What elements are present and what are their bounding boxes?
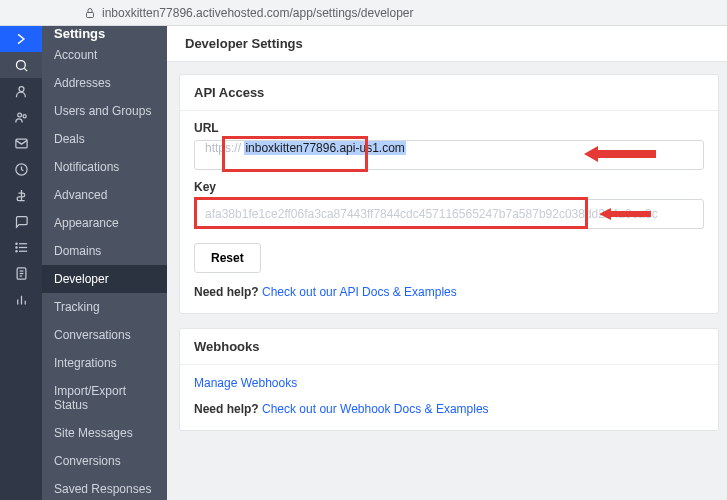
browser-chrome: inboxkitten77896.activehosted.com/app/se…	[0, 0, 727, 26]
forward-icon[interactable]	[32, 5, 48, 21]
sidebar-item-appearance[interactable]: Appearance	[42, 209, 167, 237]
reload-icon[interactable]	[58, 5, 74, 21]
contacts-icon[interactable]	[0, 78, 42, 104]
group-icon[interactable]	[0, 104, 42, 130]
sidebar-item-importexport[interactable]: Import/Export Status	[42, 377, 167, 419]
app-logo[interactable]	[0, 26, 42, 52]
url-value: inboxkitten77896.api-us1.com	[244, 141, 405, 155]
sidebar-item-advanced[interactable]: Advanced	[42, 181, 167, 209]
help-api: Need help? Check out our API Docs & Exam…	[194, 285, 704, 299]
main-content: Developer Settings API Access URL https:…	[167, 26, 727, 500]
svg-line-2	[24, 68, 27, 71]
api-key-field[interactable]	[194, 199, 704, 229]
icon-rail	[0, 26, 42, 500]
sidebar-item-developer[interactable]: Developer	[42, 265, 167, 293]
api-access-card: API Access URL https:// inboxkitten77896…	[179, 74, 719, 314]
sidebar-item-tracking[interactable]: Tracking	[42, 293, 167, 321]
help-prefix: Need help?	[194, 285, 262, 299]
sidebar-item-domains[interactable]: Domains	[42, 237, 167, 265]
reset-button[interactable]: Reset	[194, 243, 261, 273]
webhooks-card: Webhooks Manage Webhooks Need help? Chec…	[179, 328, 719, 431]
api-access-heading: API Access	[180, 75, 718, 111]
webhooks-heading: Webhooks	[180, 329, 718, 365]
api-url-field[interactable]: https:// inboxkitten77896.api-us1.com	[194, 140, 704, 170]
reports-icon[interactable]	[0, 286, 42, 312]
back-icon[interactable]	[6, 5, 22, 21]
key-label: Key	[194, 180, 704, 194]
help-webhooks: Need help? Check out our Webhook Docs & …	[194, 402, 704, 416]
svg-point-4	[17, 113, 21, 117]
search-icon[interactable]	[0, 52, 42, 78]
form-icon[interactable]	[0, 260, 42, 286]
sidebar-item-integrations[interactable]: Integrations	[42, 349, 167, 377]
svg-point-1	[16, 60, 25, 69]
svg-point-12	[15, 246, 16, 247]
sidebar-item-users[interactable]: Users and Groups	[42, 97, 167, 125]
url-text: inboxkitten77896.activehosted.com/app/se…	[102, 6, 414, 20]
mail-icon[interactable]	[0, 130, 42, 156]
chat-icon[interactable]	[0, 208, 42, 234]
svg-point-5	[23, 114, 26, 117]
lock-icon	[84, 7, 96, 19]
sidebar-item-notifications[interactable]: Notifications	[42, 153, 167, 181]
api-docs-link[interactable]: Check out our API Docs & Examples	[262, 285, 457, 299]
sidebar-item-deals[interactable]: Deals	[42, 125, 167, 153]
webhook-docs-link[interactable]: Check out our Webhook Docs & Examples	[262, 402, 489, 416]
sidebar-title: Settings	[42, 26, 167, 41]
manage-webhooks-link[interactable]: Manage Webhooks	[194, 376, 297, 390]
sidebar-item-conversations[interactable]: Conversations	[42, 321, 167, 349]
help-prefix-wh: Need help?	[194, 402, 262, 416]
url-label: URL	[194, 121, 704, 135]
sidebar-item-conversions[interactable]: Conversions	[42, 447, 167, 475]
svg-rect-0	[87, 12, 94, 17]
deals-icon[interactable]	[0, 182, 42, 208]
sidebar-item-addresses[interactable]: Addresses	[42, 69, 167, 97]
url-prefix: https://	[205, 141, 241, 155]
sidebar-item-sitemessages[interactable]: Site Messages	[42, 419, 167, 447]
svg-point-11	[15, 243, 16, 244]
list-icon[interactable]	[0, 234, 42, 260]
svg-point-3	[19, 86, 24, 91]
sidebar-item-account[interactable]: Account	[42, 41, 167, 69]
sidebar-item-savedresponses[interactable]: Saved Responses	[42, 475, 167, 500]
settings-sidebar: Settings Account Addresses Users and Gro…	[42, 26, 167, 500]
page-title: Developer Settings	[167, 26, 727, 62]
svg-point-13	[15, 250, 16, 251]
address-bar[interactable]: inboxkitten77896.activehosted.com/app/se…	[84, 6, 414, 20]
automation-icon[interactable]	[0, 156, 42, 182]
